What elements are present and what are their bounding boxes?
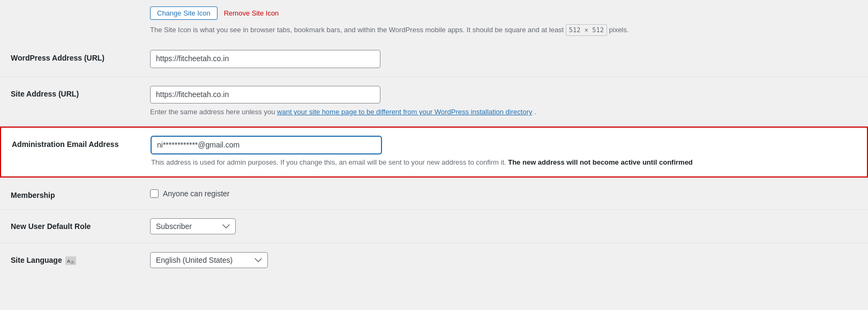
- change-site-icon-button[interactable]: Change Site Icon: [150, 6, 218, 20]
- site-language-label-wrap: Site Language A あ: [11, 255, 150, 266]
- site-language-row: Site Language A あ English (United States…: [0, 243, 868, 277]
- new-user-role-label: New User Default Role: [11, 218, 150, 232]
- wordpress-address-input[interactable]: [150, 50, 380, 68]
- svg-text:A: A: [67, 259, 71, 264]
- svg-text:あ: あ: [71, 260, 74, 264]
- site-address-row: Site Address (URL) Enter the same addres…: [0, 77, 868, 127]
- site-icon-buttons: Change Site Icon Remove Site Icon: [150, 6, 857, 20]
- wordpress-address-row: WordPress Address (URL): [0, 41, 868, 77]
- membership-checkbox-text: Anyone can register: [163, 189, 230, 198]
- site-address-desc-text1: Enter the same address here unless you: [150, 108, 275, 116]
- site-address-label: Site Address (URL): [11, 86, 150, 100]
- new-user-role-field: SubscriberContributorAuthorEditorAdminis…: [150, 218, 857, 234]
- site-address-desc-link[interactable]: want your site home page to be different…: [277, 108, 532, 116]
- settings-page: Change Site Icon Remove Site Icon The Si…: [0, 0, 868, 310]
- wordpress-address-field: [150, 50, 857, 68]
- new-user-role-row: New User Default Role SubscriberContribu…: [0, 210, 868, 243]
- admin-email-input[interactable]: [151, 136, 381, 154]
- site-address-description: Enter the same address here unless you w…: [150, 107, 857, 117]
- site-language-text: Site Language: [11, 255, 62, 266]
- site-address-input[interactable]: [150, 86, 380, 104]
- membership-checkbox-label[interactable]: Anyone can register: [150, 187, 857, 198]
- membership-row: Membership Anyone can register: [0, 179, 868, 210]
- admin-email-description: This address is used for admin purposes.…: [151, 157, 856, 168]
- remove-site-icon-button[interactable]: Remove Site Icon: [222, 6, 281, 20]
- membership-checkbox[interactable]: [150, 189, 159, 198]
- site-address-desc-text2: .: [534, 108, 536, 116]
- wordpress-address-label: WordPress Address (URL): [11, 50, 150, 64]
- icon-description-text1: The Site Icon is what you see in browser…: [150, 26, 564, 34]
- site-address-field: Enter the same address here unless you w…: [150, 86, 857, 117]
- admin-email-row: Administration Email Address This addres…: [0, 127, 868, 178]
- admin-email-field: This address is used for admin purposes.…: [151, 136, 856, 168]
- membership-field: Anyone can register: [150, 187, 857, 198]
- site-language-icon: A あ: [65, 256, 76, 265]
- admin-email-desc-bold: The new address will not become active u…: [508, 158, 693, 166]
- admin-email-label: Administration Email Address: [12, 136, 151, 150]
- site-language-select[interactable]: English (United States)English (UK): [150, 252, 268, 268]
- admin-email-desc-text1: This address is used for admin purposes.…: [151, 158, 506, 166]
- icon-size-badge: 512 × 512: [566, 24, 607, 36]
- site-language-label: Site Language A あ: [11, 252, 150, 266]
- site-language-field: English (United States)English (UK): [150, 252, 857, 268]
- membership-label: Membership: [11, 187, 150, 201]
- icon-description-text2: pixels.: [609, 26, 629, 34]
- site-icon-description: The Site Icon is what you see in browser…: [150, 24, 857, 36]
- site-icon-area: Change Site Icon Remove Site Icon The Si…: [0, 0, 868, 41]
- new-user-role-select[interactable]: SubscriberContributorAuthorEditorAdminis…: [150, 218, 236, 234]
